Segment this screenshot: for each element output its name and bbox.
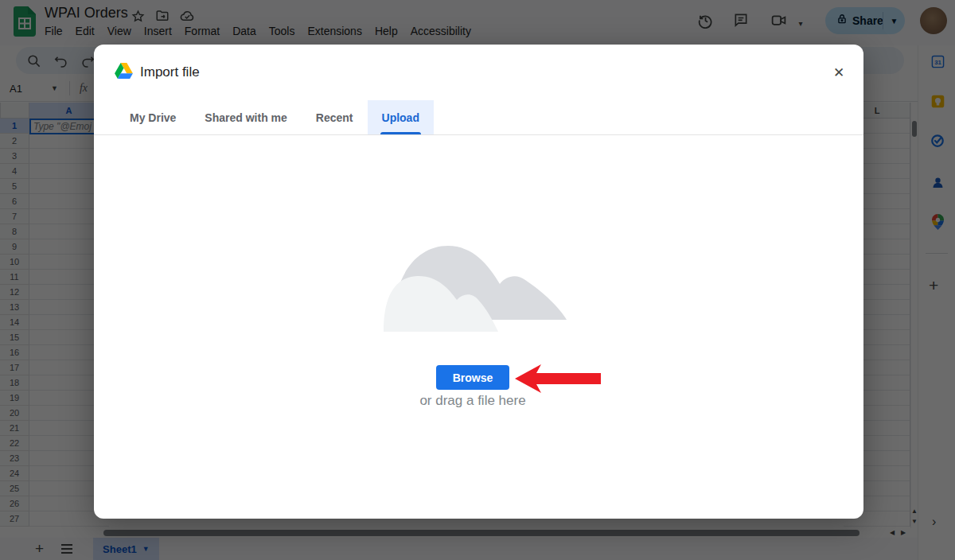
tab-recent[interactable]: Recent	[302, 100, 368, 134]
tab-my-drive[interactable]: My Drive	[115, 100, 190, 134]
browse-button[interactable]: Browse	[436, 365, 509, 390]
cloud-illustration	[380, 230, 571, 338]
close-icon[interactable]: ✕	[830, 64, 848, 81]
tab-shared-with-me[interactable]: Shared with me	[190, 100, 301, 134]
tab-upload[interactable]: Upload	[368, 100, 434, 134]
dialog-title: Import file	[140, 64, 200, 80]
import-file-dialog: Import file ✕ My DriveShared with meRece…	[94, 45, 863, 519]
annotation-arrow-icon	[513, 362, 603, 399]
dialog-tabs-divider	[94, 134, 863, 135]
google-drive-icon	[115, 63, 133, 82]
dialog-tabs: My DriveShared with meRecentUpload	[115, 100, 434, 134]
